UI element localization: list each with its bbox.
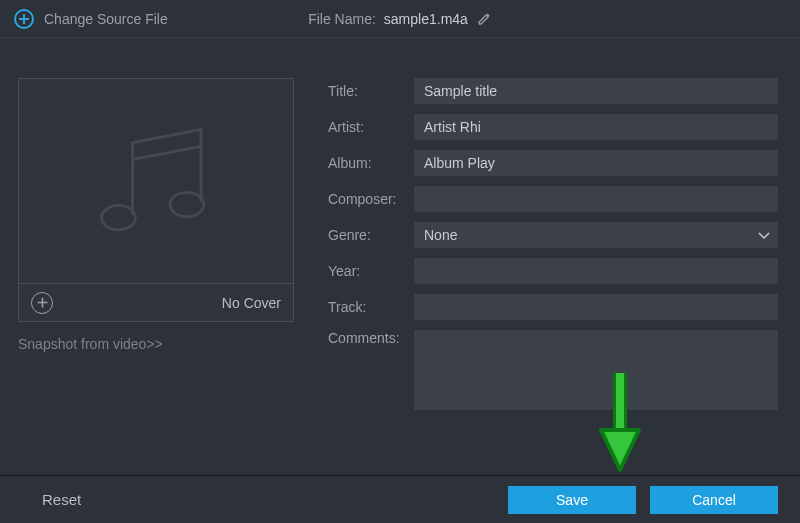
cover-art-box: No Cover bbox=[18, 78, 294, 322]
album-label: Album: bbox=[328, 155, 414, 171]
artist-input[interactable] bbox=[414, 114, 778, 140]
track-input[interactable] bbox=[414, 294, 778, 320]
composer-input[interactable] bbox=[414, 186, 778, 212]
year-input[interactable] bbox=[414, 258, 778, 284]
comments-textarea[interactable] bbox=[414, 330, 778, 410]
file-name-value: sample1.m4a bbox=[384, 11, 468, 27]
artist-label: Artist: bbox=[328, 119, 414, 135]
svg-point-1 bbox=[170, 192, 204, 216]
reset-button[interactable]: Reset bbox=[22, 487, 101, 512]
year-label: Year: bbox=[328, 263, 414, 279]
music-note-icon bbox=[81, 107, 231, 257]
edit-file-name-icon[interactable] bbox=[476, 11, 492, 27]
svg-point-0 bbox=[102, 205, 136, 229]
album-input[interactable] bbox=[414, 150, 778, 176]
genre-label: Genre: bbox=[328, 227, 414, 243]
title-label: Title: bbox=[328, 83, 414, 99]
file-name-label: File Name: bbox=[308, 11, 376, 27]
plus-circle-icon bbox=[14, 9, 34, 29]
file-name-display: File Name: sample1.m4a bbox=[308, 11, 492, 27]
add-cover-button[interactable] bbox=[31, 292, 53, 314]
composer-label: Composer: bbox=[328, 191, 414, 207]
save-button[interactable]: Save bbox=[508, 486, 636, 514]
genre-select[interactable] bbox=[414, 222, 778, 248]
cover-art-placeholder bbox=[19, 79, 293, 284]
cancel-button[interactable]: Cancel bbox=[650, 486, 778, 514]
no-cover-label: No Cover bbox=[222, 295, 281, 311]
title-input[interactable] bbox=[414, 78, 778, 104]
snapshot-from-video-link[interactable]: Snapshot from video>> bbox=[18, 336, 294, 352]
change-source-file-label: Change Source File bbox=[44, 11, 168, 27]
comments-label: Comments: bbox=[328, 330, 414, 346]
track-label: Track: bbox=[328, 299, 414, 315]
change-source-file-button[interactable]: Change Source File bbox=[14, 9, 168, 29]
